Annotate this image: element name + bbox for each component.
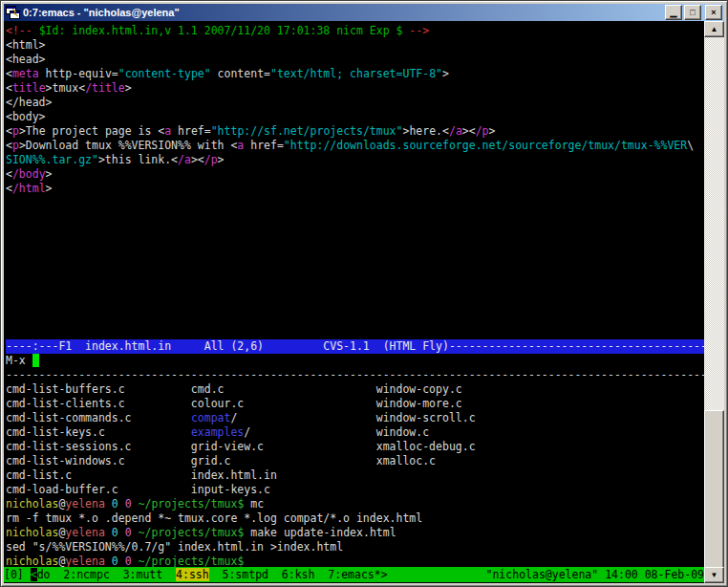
terminal-line: cmd-list-keys.c examples/ window.c (6, 425, 704, 440)
text-cursor (32, 354, 39, 367)
text-segment: content= (211, 67, 270, 80)
terminal-rows: <!-- $Id: index.html.in,v 1.1 2007/11/20… (6, 24, 704, 569)
terminal-line: </body> (6, 167, 704, 182)
text-segment: > (489, 124, 496, 138)
text-segment: </head> (6, 96, 52, 109)
terminal-line: </html> (6, 182, 704, 196)
close-button[interactable]: × (705, 5, 722, 20)
terminal-line: nicholas@yelena 0 0 ~/projects/tmux$ mak… (6, 526, 704, 540)
text-segment (132, 497, 139, 511)
maximize-button[interactable]: □ (684, 5, 701, 20)
text-segment: 0 (125, 554, 132, 568)
text-segment (118, 554, 125, 568)
terminal-line: nicholas@yelena 0 0 ~/projects/tmux$ mc (6, 497, 704, 511)
text-segment: cmd-list.c index.html.in (6, 468, 277, 482)
text-segment (132, 554, 139, 568)
terminal-line: <!-- $Id: index.html.in,v 1.1 2007/11/20… (6, 24, 704, 38)
terminal-line: cmd-list.c index.html.in (6, 468, 704, 483)
text-segment: cmd-list-clients.c colour.c window-more.… (6, 397, 462, 410)
scrollbar[interactable]: ▲ ▼ (704, 21, 724, 583)
terminal-line (6, 311, 704, 325)
text-segment: \ (687, 139, 694, 152)
window-titlebar: 0:7:emacs - "nicholas@yelena" ▁ □ × (4, 4, 724, 21)
terminal-line: </head> (6, 96, 704, 110)
text-segment: > (46, 81, 53, 95)
terminal-line (6, 225, 704, 239)
terminal-line: <meta http-equiv="content-type" content=… (6, 67, 704, 81)
text-segment: 0 (125, 526, 132, 539)
terminal-line: cmd-load-buffer.c input-keys.c (6, 483, 704, 497)
titlebar-buttons: ▁ □ × (665, 5, 722, 20)
text-segment: ----:---F1 index.html.in All (2,6) CVS-1… (6, 339, 704, 353)
text-segment (132, 526, 139, 539)
text-segment: ~/projects/tmux$ (139, 526, 245, 539)
terminal-line: cmd-list-clients.c colour.c window-more.… (6, 397, 704, 411)
text-segment: /title (85, 81, 125, 95)
terminal-line: rm -f tmux *.o .depend *~ tmux.core *.lo… (6, 511, 704, 526)
terminal-line (6, 253, 704, 268)
terminal-line: sed "s/%%VERSION%%/0.7/g" index.html.in … (6, 540, 704, 554)
text-segment: compat (191, 411, 231, 424)
text-segment: nicholas (6, 497, 58, 511)
text-segment: /p (204, 153, 218, 166)
terminal-line: cmd-list-sessions.c grid-view.c xmalloc-… (6, 440, 704, 454)
terminal-line: cmd-list-buffers.c cmd.c window-copy.c (6, 382, 704, 397)
text-segment: M-x (6, 354, 32, 367)
text-segment: yelena (65, 526, 105, 539)
tmux-status-left: [0] <do 2:ncmpc 3:mutt 4:ssh 5:smtpd 6:k… (4, 567, 388, 582)
text-segment (105, 497, 112, 511)
tmux-status-right: "nicholas@yelena" 14:00 08-Feb-09 (486, 567, 704, 582)
text-segment: yelena (65, 497, 105, 511)
text-segment: 0 (112, 497, 118, 511)
emacs-modeline: ----:---F1 index.html.in All (2,6) CVS-1… (6, 339, 704, 354)
text-segment (105, 526, 112, 539)
scrollbar-thumb[interactable] (704, 410, 724, 569)
terminal-line: <html> (6, 38, 704, 53)
text-segment: 0 (125, 497, 132, 511)
terminal-line: <p>The project page is <a href="http://s… (6, 124, 704, 139)
scroll-down-button[interactable]: ▼ (704, 567, 724, 583)
text-segment: >< (191, 153, 204, 166)
putty-window: 0:7:emacs - "nicholas@yelena" ▁ □ × <!--… (0, 0, 728, 587)
text-segment: sed "s/%%VERSION%%/0.7/g" index.html.in … (6, 540, 343, 554)
text-segment: > (46, 167, 53, 181)
terminal-line (6, 196, 704, 210)
terminal-line (6, 325, 704, 339)
minimize-button[interactable]: ▁ (665, 5, 682, 20)
text-segment: / window-scroll.c (230, 411, 475, 424)
text-segment: > (442, 67, 449, 80)
terminal-line: SION%%.tar.gz">this link.</a></p> (6, 153, 704, 167)
text-segment: cmd-list-windows.c grid.c xmalloc.c (6, 454, 436, 467)
close-icon: × (711, 9, 716, 17)
terminal-line: <p>Download tmux %%VERSION%% with <a hre… (6, 139, 704, 153)
text-segment: cmd-list-keys.c (6, 425, 191, 439)
text-segment: cmd-list-commands.c (6, 411, 191, 424)
terminal-line: <body> (6, 110, 704, 124)
text-segment: < (6, 182, 12, 195)
text-segment: >this link.< (98, 153, 178, 166)
text-segment: examples (191, 425, 244, 439)
text-segment: /p (476, 124, 489, 138)
text-segment: >here.< (402, 124, 448, 138)
scroll-up-button[interactable]: ▲ (704, 21, 724, 37)
text-segment: >Download tmux %%VERSION%% with < (19, 139, 237, 152)
text-segment: < (6, 81, 12, 95)
text-segment: nicholas (6, 554, 58, 568)
text-segment: href= (171, 124, 211, 138)
status-right: "nicholas@yelena" 14:00 08-Feb-09 (486, 568, 704, 581)
text-segment: >< (462, 124, 476, 138)
text-segment: <html> (6, 38, 46, 52)
putty-icon[interactable] (6, 6, 20, 20)
text-segment (105, 554, 112, 568)
window-item-alert: 4:ssh (176, 568, 209, 581)
scroll-up-icon: ▲ (711, 26, 718, 33)
terminal[interactable]: <!-- $Id: index.html.in,v 1.1 2007/11/20… (4, 21, 704, 583)
text-segment: /a (178, 153, 191, 166)
tmux-status-bar: [0] <do 2:ncmpc 3:mutt 4:ssh 5:smtpd 6:k… (4, 567, 704, 582)
text-segment: title (12, 81, 46, 95)
text-segment: nicholas (6, 526, 58, 539)
text-segment: "content-type" (118, 67, 211, 80)
text-segment: / window.c (244, 425, 429, 439)
text-segment: mc (244, 497, 264, 511)
terminal-line (6, 282, 704, 296)
